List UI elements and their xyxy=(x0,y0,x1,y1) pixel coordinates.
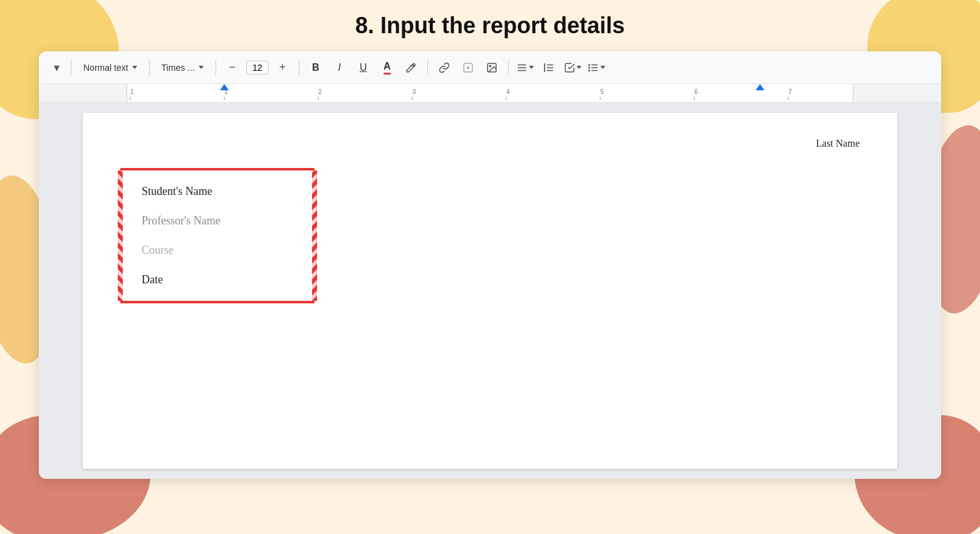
font-size-increase-button[interactable]: + xyxy=(273,58,293,78)
insert-comment-button[interactable] xyxy=(458,58,478,78)
doc-area: Last Name Student's Name Professor's Nam… xyxy=(39,103,941,479)
font-size-box[interactable]: 12 xyxy=(246,61,269,75)
bullet-list-button[interactable] xyxy=(586,58,607,78)
font-size-decrease-button[interactable]: − xyxy=(222,58,242,78)
checklist-button[interactable] xyxy=(563,58,583,78)
toolbar-sep-3 xyxy=(216,60,216,75)
last-name-header: Last Name xyxy=(120,138,860,149)
text-style-label: Normal text xyxy=(83,63,128,73)
toolbar-sep-1 xyxy=(71,60,71,75)
font-chevron xyxy=(199,66,204,69)
page-title: 8. Input the report details xyxy=(355,13,625,39)
italic-button[interactable]: I xyxy=(330,58,350,78)
toolbar-sep-6 xyxy=(508,60,509,75)
svg-text:3: 3 xyxy=(412,88,416,95)
text-style-chevron xyxy=(132,66,137,69)
last-name-text: Last Name xyxy=(816,138,860,149)
font-dropdown[interactable]: Times ... xyxy=(156,60,209,76)
course-field[interactable]: Course xyxy=(142,242,293,259)
toolbar: ▾ Normal text Times ... − 12 + B I U xyxy=(39,51,941,84)
svg-point-15 xyxy=(588,64,590,65)
svg-point-17 xyxy=(588,70,590,71)
insert-image-button[interactable] xyxy=(482,58,502,78)
ruler-left-marker xyxy=(220,84,229,90)
checklist-chevron xyxy=(576,66,581,69)
ruler: 1 1 2 3 4 5 6 7 xyxy=(39,84,941,103)
font-label: Times ... xyxy=(162,63,195,73)
underline-button[interactable]: U xyxy=(353,58,373,78)
professors-name-field[interactable]: Professor's Name xyxy=(142,212,293,229)
svg-text:7: 7 xyxy=(788,88,792,95)
toolbar-sep-5 xyxy=(427,60,428,75)
align-chevron xyxy=(529,66,534,69)
doc-page[interactable]: Last Name Student's Name Professor's Nam… xyxy=(83,113,897,469)
ruler-right-marker xyxy=(756,84,764,90)
text-style-dropdown[interactable]: Normal text xyxy=(78,60,143,76)
svg-text:6: 6 xyxy=(694,88,698,95)
bold-button[interactable]: B xyxy=(306,58,326,78)
bullet-list-chevron xyxy=(600,66,605,69)
line-spacing-button[interactable] xyxy=(539,58,559,78)
font-size-value: 12 xyxy=(253,63,263,73)
main-container: 8. Input the report details ▾ Normal tex… xyxy=(0,0,980,479)
toolbar-sep-4 xyxy=(299,60,300,75)
toolbar-sep-2 xyxy=(149,60,150,75)
docs-window: ▾ Normal text Times ... − 12 + B I U xyxy=(39,51,941,479)
students-name-field[interactable]: Student's Name xyxy=(142,183,293,200)
menu-arrow-button[interactable]: ▾ xyxy=(49,58,65,77)
text-color-button[interactable]: A xyxy=(377,58,397,78)
date-field[interactable]: Date xyxy=(142,271,293,288)
link-button[interactable] xyxy=(434,58,454,78)
svg-point-16 xyxy=(588,67,590,68)
svg-text:2: 2 xyxy=(318,88,322,95)
svg-text:1: 1 xyxy=(130,88,134,95)
svg-point-4 xyxy=(489,65,491,66)
text-color-a: A xyxy=(383,61,391,75)
text-align-button[interactable] xyxy=(515,58,535,78)
ruler-svg: 1 1 2 3 4 5 6 7 xyxy=(127,84,853,100)
report-details-box[interactable]: Student's Name Professor's Name Course D… xyxy=(120,168,315,303)
svg-text:4: 4 xyxy=(506,88,510,95)
paint-format-button[interactable] xyxy=(401,58,421,78)
svg-text:5: 5 xyxy=(600,88,604,95)
